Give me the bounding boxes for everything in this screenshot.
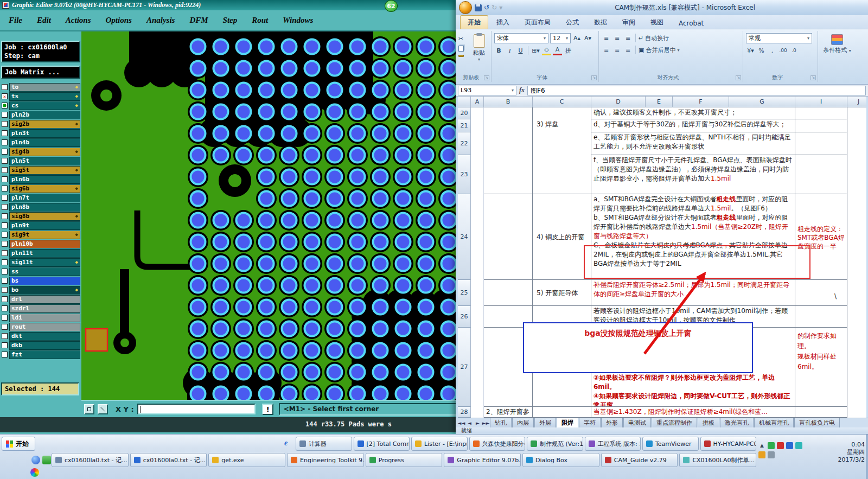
sheet-tab-钻孔[interactable]: 钻孔 [490, 418, 512, 428]
layer-checkbox[interactable] [2, 213, 8, 219]
ribbon-tab-审阅[interactable]: 审阅 [615, 16, 642, 29]
cell-d24[interactable]: a、SMT和BGA焊盘完全设计在大铜面或者粗走线里面时，对应的阻焊开窗只需要比补… [591, 194, 795, 280]
cell-d25[interactable]: 补偿后阻焊开窗距导体≥2.5mil；局部为1.5mil；同时满足开窗距导体的间距… [591, 280, 795, 306]
layer-name[interactable]: sig6b◆ [9, 184, 80, 193]
align-center-button[interactable]: ≡ [612, 45, 622, 55]
tray-icon[interactable] [768, 451, 775, 458]
taskbar-button[interactable]: CAM_Guide v2.79 [601, 453, 678, 467]
taskbar-button[interactable]: get.exe [208, 453, 285, 467]
currency-format-button[interactable]: ¥▾ [746, 46, 755, 55]
borders-button[interactable]: ⊞▾ [531, 46, 540, 55]
cell-i24[interactable]: 粗走线的定义：SMT或者BGA焊盘宽度的一半 [795, 194, 847, 280]
taskbar-button[interactable]: Progress [366, 453, 443, 467]
layer-row-ldi[interactable]: ldi [1, 313, 80, 322]
layer-row-bo[interactable]: bo◆ [1, 285, 80, 295]
layer-checkbox[interactable] [2, 259, 8, 265]
sheet-tab-阻焊[interactable]: 阻焊 [557, 418, 578, 428]
tray-icon[interactable] [795, 442, 802, 449]
layer-name[interactable]: pln9t [9, 221, 80, 230]
layer-name[interactable]: pln6b [9, 175, 80, 184]
layer-name[interactable]: pln7t [9, 194, 80, 202]
layer-name[interactable]: sig11t◆ [9, 258, 80, 267]
layer-row-rout[interactable]: rout [1, 322, 80, 331]
ribbon-tab-开始[interactable]: 开始 [460, 15, 488, 29]
layer-row-sig2b[interactable]: sig2b◆ [1, 119, 80, 129]
conditional-format-button[interactable]: 条件格式 ▾ [819, 34, 855, 54]
ge-menu-step[interactable]: Step [223, 16, 238, 25]
layer-checkbox[interactable] [2, 103, 8, 108]
clock[interactable]: 0:04 星期四 2017/3/2 [838, 436, 865, 478]
language-bar-icon[interactable] [30, 468, 39, 477]
alignment-dialog-launcher-icon[interactable]: ↘ [736, 75, 741, 80]
layer-row-sig11t[interactable]: sig11t◆ [1, 258, 80, 267]
format-painter-icon[interactable] [458, 55, 464, 57]
increase-decimal-button[interactable]: .00 [778, 46, 788, 55]
merge-center-button[interactable]: ▣ 合并后居中 ▾ [639, 46, 679, 54]
next-sheet-icon[interactable]: ► [474, 420, 482, 426]
layer-name[interactable]: pln4b [9, 138, 80, 147]
layer-name[interactable]: pln8b [9, 203, 80, 212]
first-sheet-icon[interactable]: ◄◄ [457, 420, 465, 426]
align-top-button[interactable]: ≡ [602, 33, 611, 43]
ribbon-tab-数据[interactable]: 数据 [587, 16, 614, 29]
layer-name[interactable]: pln11t [9, 249, 80, 258]
taskbar-button[interactable]: HY-HYCAM-PC040 - T... [700, 437, 757, 451]
qat-dropdown-icon[interactable]: ▾ [499, 4, 502, 11]
ge-menu-options[interactable]: Options [106, 16, 132, 25]
row-header-26[interactable]: 26 [458, 306, 471, 328]
taskbar-button[interactable]: Lister - [E:\input\ADpc... [411, 437, 468, 451]
prev-sheet-icon[interactable]: ◄ [465, 420, 474, 426]
row-header-20[interactable]: 20 [458, 107, 471, 119]
layer-row-szdrl[interactable]: szdrl [1, 304, 80, 313]
layer-checkbox[interactable] [2, 176, 8, 182]
xy-input[interactable] [137, 404, 256, 414]
sheet-tab-外层[interactable]: 外层 [534, 418, 556, 428]
name-box[interactable]: L93▾ [458, 86, 516, 95]
ge-menu-edit[interactable]: Edit [37, 16, 51, 25]
sheet-tab-拼板[interactable]: 拼板 [698, 418, 719, 428]
row-header-23[interactable]: 23 [458, 155, 471, 194]
cell-i27[interactable]: 的制作要求如理。规板材同样处6mil。 [795, 328, 847, 407]
row-header-28[interactable]: 28 [458, 407, 471, 418]
bold-button[interactable]: B [494, 46, 503, 55]
layer-checkbox[interactable] [2, 167, 8, 173]
layer-name[interactable]: bo◆ [9, 286, 80, 295]
office-button[interactable] [459, 1, 472, 14]
wrap-text-button[interactable]: ↵ 自动换行 [639, 34, 669, 42]
layer-row-drl[interactable]: drl [1, 295, 80, 304]
cell-d28[interactable]: 当基铜≥1.430Z，阻焊制作时保证阻焊桥≥4mil(绿色和蓝... [591, 407, 795, 418]
job-matrix-button[interactable]: Job Matrix ... [1, 66, 80, 79]
cell-i25[interactable]: \ [795, 280, 847, 306]
sheet-tab-内层[interactable]: 内层 [512, 418, 534, 428]
number-dialog-launcher-icon[interactable]: ↘ [810, 75, 816, 80]
layer-name[interactable]: sig5t◆ [9, 166, 80, 175]
layer-row-sig9t[interactable]: sig9t◆ [1, 230, 80, 239]
layer-name[interactable]: ss [9, 267, 80, 276]
cell-d20[interactable]: 确认，建议按顾客文件制作，不更改其开窗尺寸； [591, 107, 795, 119]
row-header-25[interactable]: 25 [458, 280, 471, 306]
layer-row-dkt[interactable]: dkt [1, 331, 80, 341]
taskbar-button[interactable]: Engineering Toolkit 9... [287, 453, 364, 467]
layer-row-pln2b[interactable]: pln2b [1, 110, 80, 119]
align-left-button[interactable]: ≡ [602, 45, 611, 55]
sheet-tab-电测试[interactable]: 电测试 [623, 418, 651, 428]
layer-checkbox[interactable] [2, 333, 8, 339]
comma-format-button[interactable]: , [768, 46, 777, 55]
ie-quicklaunch-icon[interactable]: e [284, 439, 288, 448]
column-header-E[interactable]: E [646, 97, 673, 107]
excel-title-bar[interactable]: ↺ ↻ ▾ CAM制作规范.xls [兼容模式] - Microsoft Exc… [456, 0, 868, 15]
alert-button[interactable]: ! [262, 404, 273, 415]
layer-row-pln9t[interactable]: pln9t [1, 221, 80, 230]
layer-checkbox[interactable] [2, 315, 8, 321]
layer-row-pln5t[interactable]: pln5t [1, 156, 80, 165]
selected-pad[interactable] [86, 329, 107, 351]
column-header-J[interactable]: J [847, 97, 866, 107]
row-header-21[interactable]: 21 [458, 119, 471, 132]
sheet-tab-重点流程制作[interactable]: 重点流程制作 [652, 418, 697, 428]
layer-row-dkb[interactable]: dkb [1, 341, 80, 350]
layer-row-sig4b[interactable]: sig4b◆ [1, 147, 80, 156]
paste-button[interactable]: 粘贴 ▾ [469, 34, 489, 62]
layer-name[interactable]: pln2b [9, 111, 80, 119]
row-header-22[interactable]: 22 [458, 132, 471, 155]
phonetic-guide-button[interactable]: 拼 [564, 46, 573, 55]
